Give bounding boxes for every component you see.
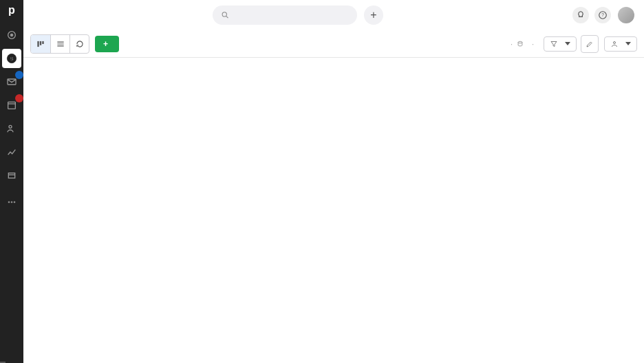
svg-rect-14	[37, 41, 39, 46]
svg-point-8	[8, 201, 10, 203]
lightbulb-icon	[576, 10, 586, 20]
svg-rect-5	[8, 102, 16, 109]
nav-contacts[interactable]	[2, 119, 21, 138]
owner-filter[interactable]	[604, 36, 637, 52]
mail-icon	[6, 76, 17, 87]
brand-logo[interactable]: p	[8, 4, 15, 16]
pipeline-board	[23, 58, 644, 363]
nav-leads[interactable]	[2, 25, 21, 45]
activities-badge	[15, 94, 23, 102]
target-icon	[6, 30, 17, 41]
quick-add-button[interactable]: +	[364, 6, 383, 25]
edit-pipeline-button[interactable]	[581, 35, 599, 53]
mail-badge	[15, 71, 23, 79]
pipeline-selector[interactable]	[544, 36, 577, 52]
main-area: + ? + · ·	[23, 0, 644, 363]
nav-more[interactable]	[2, 192, 21, 212]
kanban-icon	[36, 39, 45, 49]
user-icon	[610, 40, 619, 48]
search-icon	[221, 10, 230, 20]
search-container[interactable]	[213, 6, 357, 25]
nav-activities[interactable]	[2, 96, 21, 115]
list-icon	[56, 39, 65, 49]
search-input[interactable]	[234, 10, 349, 20]
nav-deals[interactable]: $	[2, 49, 21, 68]
announcements-button[interactable]	[572, 7, 589, 23]
top-bar: + ?	[23, 0, 644, 30]
help-button[interactable]: ?	[594, 7, 611, 23]
nav-products[interactable]	[2, 166, 21, 185]
user-avatar[interactable]	[618, 7, 634, 23]
left-nav: p $	[0, 0, 23, 363]
svg-text:?: ?	[601, 12, 604, 17]
svg-point-6	[9, 125, 12, 128]
pipeline-view-button[interactable]	[31, 35, 50, 53]
view-switch	[30, 34, 89, 54]
svg-point-1	[10, 34, 13, 36]
pipeline-totals: · ·	[506, 40, 538, 48]
svg-point-9	[11, 201, 12, 203]
chart-icon	[6, 146, 17, 157]
box-icon	[6, 170, 17, 181]
svg-text:$: $	[10, 56, 14, 62]
chevron-down-icon	[565, 42, 570, 45]
contacts-icon	[6, 123, 17, 134]
calendar-icon	[6, 100, 17, 111]
svg-point-11	[222, 12, 226, 16]
weighted-icon	[517, 41, 524, 47]
chevron-down-icon	[625, 42, 631, 45]
pencil-icon	[586, 40, 594, 48]
nav-mail[interactable]	[2, 72, 21, 91]
plus-icon: +	[103, 39, 108, 49]
funnel-icon	[550, 40, 558, 48]
list-view-button[interactable]	[50, 35, 69, 53]
nav-insights[interactable]	[2, 142, 21, 162]
help-icon: ?	[598, 10, 608, 20]
refresh-icon	[75, 39, 85, 49]
more-icon	[6, 197, 17, 208]
add-deal-button[interactable]: +	[95, 36, 119, 52]
svg-rect-7	[8, 173, 14, 178]
svg-point-10	[14, 201, 15, 203]
forecast-view-button[interactable]	[69, 35, 89, 53]
toolbar: + · ·	[23, 30, 644, 58]
svg-point-17	[518, 41, 522, 43]
svg-rect-16	[42, 41, 43, 43]
svg-point-18	[614, 41, 616, 43]
svg-rect-15	[40, 41, 41, 45]
dollar-icon: $	[6, 53, 17, 64]
